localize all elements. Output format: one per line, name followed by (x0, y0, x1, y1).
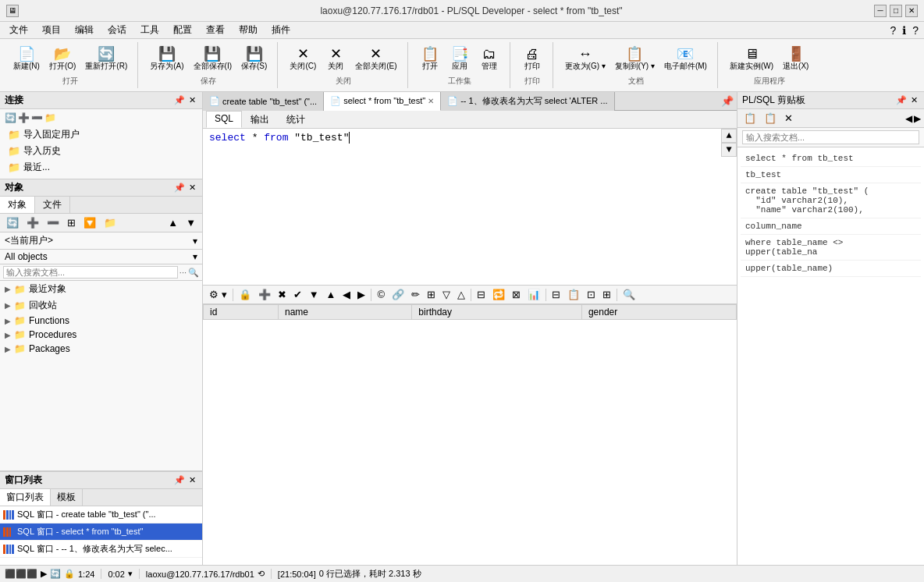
change-btn[interactable]: ↔ 更改为(G) ▾ (561, 44, 609, 74)
obj-item-procedures[interactable]: ▶ 📁 Procedures (0, 328, 202, 342)
ed-table-btn[interactable]: ⊡ (584, 287, 599, 302)
clip-nav-right[interactable]: ▶ (914, 113, 921, 124)
menu-view[interactable]: 查看 (200, 22, 231, 38)
doc-tab-3[interactable]: 📄 -- 1、修改表名为大写 select 'ALTER ... (441, 92, 614, 111)
conn-import-history[interactable]: 📁 导入历史 (5, 143, 197, 159)
menu-file[interactable]: 文件 (3, 22, 34, 38)
clipboard-close[interactable]: ✕ (908, 95, 919, 106)
clip-item-4[interactable]: column_name (741, 218, 921, 235)
ed-edit-btn[interactable]: ✏ (408, 287, 423, 302)
close-doc-btn[interactable]: ✕ 关闭(C) (286, 44, 320, 74)
help-btn-3[interactable]: ? (910, 22, 921, 39)
minimize-btn[interactable]: ─ (874, 5, 887, 17)
clip-item-1[interactable]: select * from tb_test (741, 151, 921, 167)
tab-templates[interactable]: 模板 (51, 489, 83, 506)
obj-item-recent[interactable]: ▶ 📁 最近对象 (0, 281, 202, 297)
ed-chart-btn[interactable]: 📊 (524, 287, 543, 302)
ed-grid-btn[interactable]: ⊞ (424, 287, 439, 302)
ed-sort-btn[interactable]: △ (454, 287, 468, 302)
email-btn[interactable]: 📧 电子邮件(M) (660, 44, 711, 74)
connection-panel-close[interactable]: ✕ (187, 95, 197, 106)
maximize-btn[interactable]: □ (890, 5, 902, 17)
editor-scroll-down[interactable]: ▼ (721, 143, 737, 157)
obj-item-recycle[interactable]: ▶ 📁 回收站 (0, 297, 202, 314)
connection-panel-pin[interactable]: 📌 (174, 95, 185, 106)
winlist-item-1[interactable]: SQL 窗口 - create table "tb_test" ("... (0, 506, 202, 523)
closeall-btn[interactable]: ✕ 全部关闭(E) (351, 44, 400, 74)
ed-search-btn[interactable]: 🔍 (620, 287, 638, 302)
obj-add-btn[interactable]: ➕ (23, 215, 42, 230)
clip-item-3[interactable]: create table "tb_test" ( "id" varchar2(1… (741, 183, 921, 218)
doc-tab-close-2[interactable]: ✕ (428, 97, 434, 105)
obj-search-icon[interactable]: 🔍 (188, 268, 199, 278)
conn-remove-icon[interactable]: ➖ (31, 112, 43, 123)
ed-settings-btn[interactable]: ⚙ ▾ (206, 287, 230, 302)
saveall-btn[interactable]: 💾 全部保存(I) (190, 44, 236, 74)
ed-up-btn[interactable]: ▲ (323, 287, 339, 302)
open-btn[interactable]: 📂 打开(O) (45, 44, 80, 74)
obj-search-dots[interactable]: ··· (179, 268, 187, 277)
conn-folder-icon[interactable]: 📁 (44, 112, 56, 123)
sql-tab-output[interactable]: 输出 (242, 111, 278, 128)
clip-item-6[interactable]: upper(table_name) (741, 261, 921, 277)
menu-config[interactable]: 配置 (167, 22, 198, 38)
clip-nav-left[interactable]: ◀ (905, 113, 912, 124)
panel-pin-btn[interactable]: 📌 (721, 95, 734, 107)
new-btn[interactable]: 📄 新建(N) (9, 44, 44, 74)
close-btn[interactable]: ✕ (905, 5, 918, 17)
copy-to-btn[interactable]: 📋 复制到(Y) ▾ (611, 44, 659, 74)
status-time-arrow[interactable]: ▾ (128, 569, 133, 579)
new-instance-btn[interactable]: 🖥 新建实例(W) (726, 44, 777, 74)
winlist-panel-pin[interactable]: 📌 (174, 475, 185, 486)
tab-files[interactable]: 文件 (35, 197, 70, 213)
lock-icon[interactable]: 🔒 (64, 569, 75, 579)
conn-add-icon[interactable]: ➕ (18, 112, 30, 123)
ed-add-btn[interactable]: ➕ (255, 287, 274, 302)
exit-btn[interactable]: 🚪 退出(X) (779, 44, 812, 74)
obj-refresh-btn[interactable]: 🔄 (3, 215, 22, 230)
ed-row-btn[interactable]: ⊟ (474, 287, 489, 302)
ed-minus-btn[interactable]: ⊟ (549, 287, 563, 302)
sql-tab-sql[interactable]: SQL (206, 111, 242, 128)
tab-winlist[interactable]: 窗口列表 (0, 489, 51, 506)
obj-grid-btn[interactable]: ⊞ (64, 215, 79, 230)
objects-panel-pin[interactable]: 📌 (174, 183, 185, 193)
obj-filter-btn[interactable]: 🔽 (80, 215, 99, 230)
ed-copy-btn[interactable]: © (374, 287, 388, 302)
run-icon[interactable]: ▶ (41, 569, 47, 579)
all-objects-item[interactable]: All objects ▾ (0, 250, 202, 264)
menu-tools[interactable]: 工具 (134, 22, 165, 38)
reopen-btn[interactable]: 🔄 重新打开(R) (81, 44, 131, 74)
clip-delete-btn[interactable]: ✕ (781, 111, 796, 126)
editor-area[interactable]: select * from "tb_test" ▲ ▼ (203, 129, 737, 285)
clip-item-2[interactable]: tb_test (741, 167, 921, 183)
menu-session[interactable]: 会话 (101, 22, 133, 38)
obj-scroll-up[interactable]: ▲ (165, 215, 181, 230)
ed-del-btn[interactable]: ⊠ (509, 287, 524, 302)
workset-manage-btn[interactable]: 🗂 管理 (475, 44, 503, 74)
winlist-panel-close[interactable]: ✕ (187, 475, 197, 486)
conn-recent[interactable]: 📁 最近... (5, 159, 197, 176)
menu-help[interactable]: 帮助 (233, 22, 264, 38)
obj-folder-btn[interactable]: 📁 (101, 215, 119, 230)
user-selector[interactable]: <当前用户> ▾ (0, 232, 202, 250)
workset-apply-btn[interactable]: 📑 应用 (446, 44, 474, 74)
editor-scroll-up[interactable]: ▲ (721, 129, 737, 143)
winlist-item-3[interactable]: SQL 窗口 - -- 1、修改表名为大写 selec... (0, 541, 202, 558)
obj-search-input[interactable] (3, 266, 178, 279)
conn-refresh-icon[interactable]: 🔄 (5, 112, 16, 123)
close2-btn[interactable]: ✕ 关闭 (322, 44, 350, 74)
clip-paste-btn[interactable]: 📋 (761, 111, 780, 126)
save-btn[interactable]: 💾 保存(S) (237, 44, 271, 74)
menu-plugin[interactable]: 插件 (265, 22, 297, 38)
help-btn-2[interactable]: ℹ (900, 22, 908, 39)
ed-filter-btn[interactable]: ▽ (439, 287, 453, 302)
saveas-btn[interactable]: 💾 另存为(A) (146, 44, 187, 74)
winlist-item-2[interactable]: SQL 窗口 - select * from "tb_test" (0, 523, 202, 541)
status-sync-icon[interactable]: ⟲ (258, 569, 265, 579)
menu-edit[interactable]: 编辑 (69, 22, 100, 38)
ed-cross-btn[interactable]: ✖ (275, 287, 290, 302)
refresh-icon[interactable]: 🔄 (50, 569, 61, 579)
ed-next-btn[interactable]: ▶ (354, 287, 368, 302)
doc-tab-2[interactable]: 📄 select * from "tb_test" ✕ (324, 92, 441, 111)
